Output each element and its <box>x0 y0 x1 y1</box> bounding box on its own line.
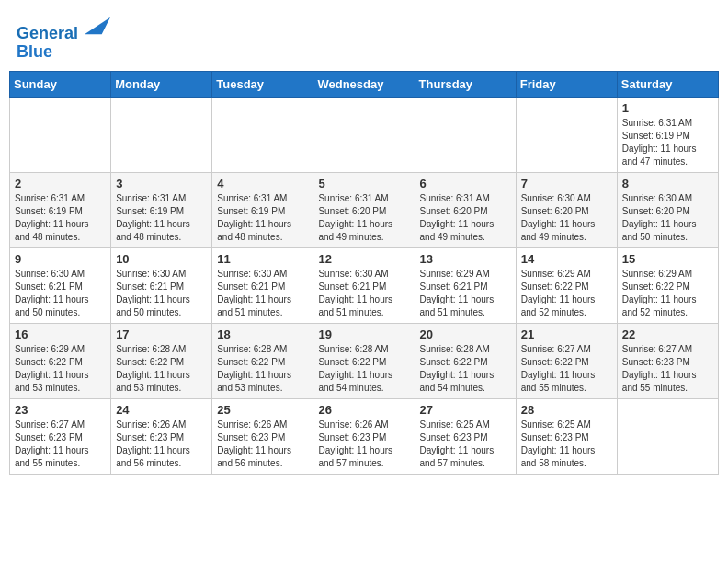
day-number: 25 <box>217 403 308 417</box>
logo-general: General <box>17 24 78 42</box>
day-cell: 11Sunrise: 6:30 AM Sunset: 6:21 PM Dayli… <box>212 247 313 323</box>
logo-blue: Blue <box>17 43 110 62</box>
day-cell <box>10 97 111 172</box>
day-cell: 6Sunrise: 6:31 AM Sunset: 6:20 PM Daylig… <box>415 172 516 247</box>
day-number: 12 <box>318 252 409 266</box>
day-number: 2 <box>15 177 106 190</box>
calendar-table: SundayMondayTuesdayWednesdayThursdayFrid… <box>9 71 719 475</box>
week-row-2: 2Sunrise: 6:31 AM Sunset: 6:19 PM Daylig… <box>10 172 719 247</box>
day-cell: 2Sunrise: 6:31 AM Sunset: 6:19 PM Daylig… <box>10 172 111 247</box>
day-info: Sunrise: 6:27 AM Sunset: 6:23 PM Dayligh… <box>15 419 106 470</box>
week-row-5: 23Sunrise: 6:27 AM Sunset: 6:23 PM Dayli… <box>10 398 719 474</box>
day-info: Sunrise: 6:28 AM Sunset: 6:22 PM Dayligh… <box>318 343 409 395</box>
day-number: 1 <box>622 101 713 115</box>
day-number: 10 <box>116 252 207 266</box>
week-row-1: 1Sunrise: 6:31 AM Sunset: 6:19 PM Daylig… <box>10 97 719 172</box>
logo-icon <box>85 13 110 39</box>
day-info: Sunrise: 6:30 AM Sunset: 6:21 PM Dayligh… <box>318 268 409 319</box>
day-cell: 5Sunrise: 6:31 AM Sunset: 6:20 PM Daylig… <box>313 172 415 247</box>
day-number: 22 <box>622 327 713 341</box>
header-tuesday: Tuesday <box>212 71 313 97</box>
day-cell <box>415 97 516 172</box>
day-cell <box>111 97 212 172</box>
day-cell: 26Sunrise: 6:26 AM Sunset: 6:23 PM Dayli… <box>313 398 415 474</box>
day-number: 23 <box>15 403 106 417</box>
header-wednesday: Wednesday <box>313 71 415 97</box>
day-number: 13 <box>420 252 511 266</box>
day-number: 20 <box>420 327 511 341</box>
day-cell: 22Sunrise: 6:27 AM Sunset: 6:23 PM Dayli… <box>617 323 718 398</box>
day-number: 14 <box>521 252 612 266</box>
day-number: 4 <box>217 177 308 190</box>
day-info: Sunrise: 6:30 AM Sunset: 6:21 PM Dayligh… <box>217 268 308 319</box>
page-header: General Blue <box>9 9 719 65</box>
day-cell <box>313 97 415 172</box>
day-cell: 9Sunrise: 6:30 AM Sunset: 6:21 PM Daylig… <box>10 247 111 323</box>
day-cell: 10Sunrise: 6:30 AM Sunset: 6:21 PM Dayli… <box>111 247 212 323</box>
day-info: Sunrise: 6:27 AM Sunset: 6:22 PM Dayligh… <box>521 343 612 395</box>
day-cell: 18Sunrise: 6:28 AM Sunset: 6:22 PM Dayli… <box>212 323 313 398</box>
day-info: Sunrise: 6:29 AM Sunset: 6:22 PM Dayligh… <box>521 268 612 319</box>
day-cell: 17Sunrise: 6:28 AM Sunset: 6:22 PM Dayli… <box>111 323 212 398</box>
day-info: Sunrise: 6:26 AM Sunset: 6:23 PM Dayligh… <box>217 419 308 470</box>
week-row-3: 9Sunrise: 6:30 AM Sunset: 6:21 PM Daylig… <box>10 247 719 323</box>
day-info: Sunrise: 6:29 AM Sunset: 6:22 PM Dayligh… <box>15 343 106 395</box>
day-number: 17 <box>116 327 207 341</box>
calendar-header-row: SundayMondayTuesdayWednesdayThursdayFrid… <box>10 71 719 97</box>
day-info: Sunrise: 6:29 AM Sunset: 6:21 PM Dayligh… <box>420 268 511 319</box>
day-info: Sunrise: 6:30 AM Sunset: 6:20 PM Dayligh… <box>521 192 612 244</box>
day-number: 7 <box>521 177 612 190</box>
day-info: Sunrise: 6:31 AM Sunset: 6:19 PM Dayligh… <box>15 192 106 244</box>
day-number: 28 <box>521 403 612 417</box>
day-info: Sunrise: 6:30 AM Sunset: 6:21 PM Dayligh… <box>15 268 106 319</box>
day-number: 18 <box>217 327 308 341</box>
header-friday: Friday <box>516 71 617 97</box>
header-thursday: Thursday <box>415 71 516 97</box>
day-number: 6 <box>420 177 511 190</box>
day-cell: 24Sunrise: 6:26 AM Sunset: 6:23 PM Dayli… <box>111 398 212 474</box>
day-cell: 8Sunrise: 6:30 AM Sunset: 6:20 PM Daylig… <box>617 172 718 247</box>
day-cell <box>212 97 313 172</box>
day-number: 5 <box>318 177 409 190</box>
day-cell: 3Sunrise: 6:31 AM Sunset: 6:19 PM Daylig… <box>111 172 212 247</box>
day-number: 9 <box>15 252 106 266</box>
header-sunday: Sunday <box>10 71 111 97</box>
day-info: Sunrise: 6:31 AM Sunset: 6:19 PM Dayligh… <box>116 192 207 244</box>
day-info: Sunrise: 6:31 AM Sunset: 6:20 PM Dayligh… <box>420 192 511 244</box>
day-cell: 27Sunrise: 6:25 AM Sunset: 6:23 PM Dayli… <box>415 398 516 474</box>
day-cell: 13Sunrise: 6:29 AM Sunset: 6:21 PM Dayli… <box>415 247 516 323</box>
day-number: 24 <box>116 403 207 417</box>
day-info: Sunrise: 6:31 AM Sunset: 6:19 PM Dayligh… <box>622 117 713 168</box>
day-info: Sunrise: 6:26 AM Sunset: 6:23 PM Dayligh… <box>318 419 409 470</box>
week-row-4: 16Sunrise: 6:29 AM Sunset: 6:22 PM Dayli… <box>10 323 719 398</box>
day-info: Sunrise: 6:25 AM Sunset: 6:23 PM Dayligh… <box>521 419 612 470</box>
day-number: 11 <box>217 252 308 266</box>
day-info: Sunrise: 6:29 AM Sunset: 6:22 PM Dayligh… <box>622 268 713 319</box>
day-info: Sunrise: 6:28 AM Sunset: 6:22 PM Dayligh… <box>217 343 308 395</box>
day-info: Sunrise: 6:31 AM Sunset: 6:19 PM Dayligh… <box>217 192 308 244</box>
day-cell: 15Sunrise: 6:29 AM Sunset: 6:22 PM Dayli… <box>617 247 718 323</box>
day-cell: 12Sunrise: 6:30 AM Sunset: 6:21 PM Dayli… <box>313 247 415 323</box>
day-cell: 7Sunrise: 6:30 AM Sunset: 6:20 PM Daylig… <box>516 172 617 247</box>
day-info: Sunrise: 6:30 AM Sunset: 6:21 PM Dayligh… <box>116 268 207 319</box>
day-number: 21 <box>521 327 612 341</box>
day-info: Sunrise: 6:31 AM Sunset: 6:20 PM Dayligh… <box>318 192 409 244</box>
header-saturday: Saturday <box>617 71 718 97</box>
header-monday: Monday <box>111 71 212 97</box>
day-number: 26 <box>318 403 409 417</box>
day-info: Sunrise: 6:28 AM Sunset: 6:22 PM Dayligh… <box>420 343 511 395</box>
calendar-body: 1Sunrise: 6:31 AM Sunset: 6:19 PM Daylig… <box>10 97 719 474</box>
day-number: 8 <box>622 177 713 190</box>
day-info: Sunrise: 6:28 AM Sunset: 6:22 PM Dayligh… <box>116 343 207 395</box>
day-cell: 20Sunrise: 6:28 AM Sunset: 6:22 PM Dayli… <box>415 323 516 398</box>
day-cell: 1Sunrise: 6:31 AM Sunset: 6:19 PM Daylig… <box>617 97 718 172</box>
day-cell: 21Sunrise: 6:27 AM Sunset: 6:22 PM Dayli… <box>516 323 617 398</box>
day-cell: 19Sunrise: 6:28 AM Sunset: 6:22 PM Dayli… <box>313 323 415 398</box>
svg-marker-0 <box>85 17 110 35</box>
logo: General Blue <box>17 13 110 62</box>
day-number: 3 <box>116 177 207 190</box>
day-cell: 25Sunrise: 6:26 AM Sunset: 6:23 PM Dayli… <box>212 398 313 474</box>
day-info: Sunrise: 6:26 AM Sunset: 6:23 PM Dayligh… <box>116 419 207 470</box>
day-cell <box>617 398 718 474</box>
day-cell: 4Sunrise: 6:31 AM Sunset: 6:19 PM Daylig… <box>212 172 313 247</box>
